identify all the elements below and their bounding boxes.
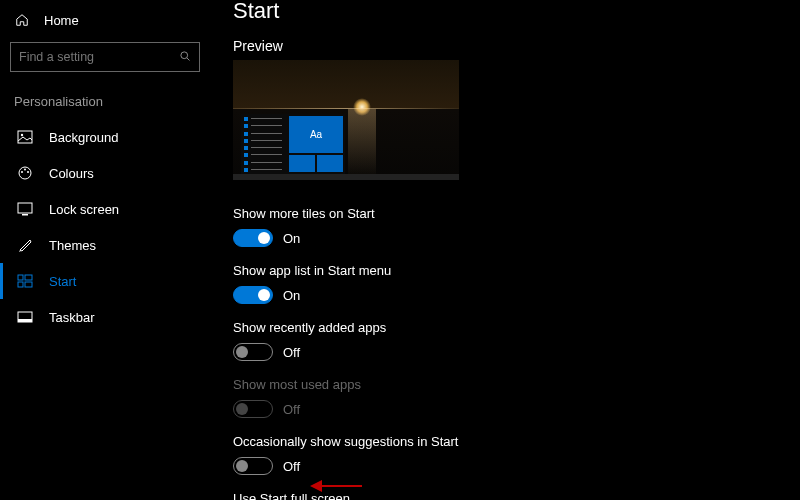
- svg-rect-8: [18, 203, 32, 213]
- svg-point-6: [24, 169, 26, 171]
- preview-tile-text: Aa: [289, 116, 343, 153]
- page-title: Start: [233, 0, 782, 24]
- svg-rect-10: [18, 275, 23, 280]
- setting-row: Show app list in Start menuOn: [233, 263, 782, 304]
- sidebar: Home Personalisation Background Colours …: [0, 0, 215, 500]
- palette-icon: [17, 165, 33, 181]
- preview-heading: Preview: [233, 38, 782, 54]
- sidebar-item-label: Background: [49, 130, 118, 145]
- toggle-switch[interactable]: [233, 457, 273, 475]
- svg-rect-15: [18, 319, 32, 322]
- svg-line-1: [187, 57, 190, 60]
- sidebar-item-label: Start: [49, 274, 76, 289]
- toggle-switch: [233, 400, 273, 418]
- svg-rect-2: [18, 131, 32, 143]
- sidebar-item-background[interactable]: Background: [0, 119, 215, 155]
- setting-row: Use Start full screenOn: [233, 491, 782, 500]
- sidebar-item-lockscreen[interactable]: Lock screen: [0, 191, 215, 227]
- home-label: Home: [44, 13, 79, 28]
- setting-label: Use Start full screen: [233, 491, 782, 500]
- search-icon: [179, 50, 191, 65]
- setting-row: Show more tiles on StartOn: [233, 206, 782, 247]
- toggle-state: On: [283, 288, 300, 303]
- start-icon: [17, 273, 33, 289]
- svg-point-7: [27, 171, 29, 173]
- sidebar-item-label: Taskbar: [49, 310, 95, 325]
- search-input[interactable]: [10, 42, 200, 72]
- setting-label: Show app list in Start menu: [233, 263, 782, 278]
- svg-point-3: [21, 134, 23, 136]
- svg-rect-13: [25, 282, 32, 287]
- sidebar-item-colours[interactable]: Colours: [0, 155, 215, 191]
- svg-point-0: [181, 51, 188, 58]
- themes-icon: [17, 237, 33, 253]
- sidebar-item-label: Colours: [49, 166, 94, 181]
- sidebar-item-themes[interactable]: Themes: [0, 227, 215, 263]
- setting-row: Show recently added appsOff: [233, 320, 782, 361]
- setting-row: Occasionally show suggestions in StartOf…: [233, 434, 782, 475]
- setting-label: Show more tiles on Start: [233, 206, 782, 221]
- sidebar-item-start[interactable]: Start: [0, 263, 215, 299]
- taskbar-icon: [17, 309, 33, 325]
- setting-label: Show recently added apps: [233, 320, 782, 335]
- toggle-switch[interactable]: [233, 343, 273, 361]
- toggle-state: Off: [283, 402, 300, 417]
- home-link[interactable]: Home: [0, 8, 215, 32]
- start-preview: Aa: [233, 60, 459, 180]
- svg-rect-12: [18, 282, 23, 287]
- toggle-state: Off: [283, 345, 300, 360]
- toggle-state: Off: [283, 459, 300, 474]
- toggle-state: On: [283, 231, 300, 246]
- svg-rect-11: [25, 275, 32, 280]
- sidebar-item-label: Themes: [49, 238, 96, 253]
- toggle-switch[interactable]: [233, 286, 273, 304]
- setting-label: Occasionally show suggestions in Start: [233, 434, 782, 449]
- lockscreen-icon: [17, 201, 33, 217]
- svg-rect-9: [22, 214, 28, 216]
- picture-icon: [17, 129, 33, 145]
- search-field[interactable]: [19, 50, 169, 64]
- setting-label: Show most used apps: [233, 377, 782, 392]
- category-label: Personalisation: [0, 94, 215, 109]
- home-icon: [14, 12, 30, 28]
- main-panel: Start Preview Aa Show more tiles on Star…: [215, 0, 800, 500]
- svg-point-5: [21, 171, 23, 173]
- sidebar-item-taskbar[interactable]: Taskbar: [0, 299, 215, 335]
- toggle-switch[interactable]: [233, 229, 273, 247]
- sidebar-item-label: Lock screen: [49, 202, 119, 217]
- setting-row: Show most used appsOff: [233, 377, 782, 418]
